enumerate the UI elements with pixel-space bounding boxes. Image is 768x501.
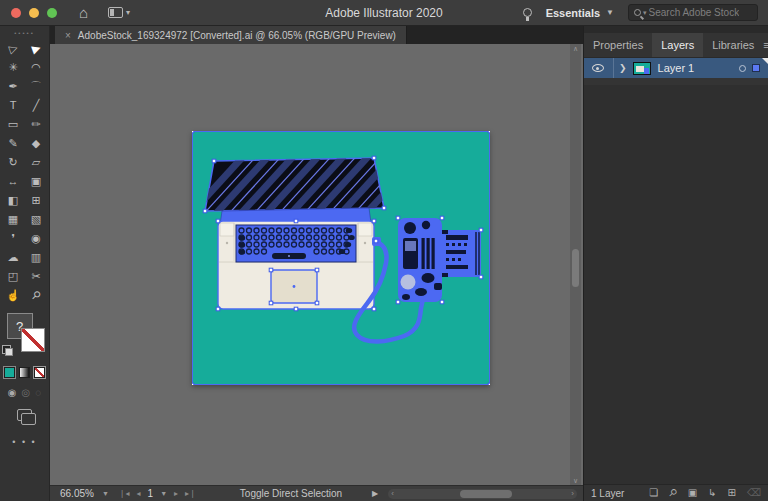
layer-target-icon[interactable] — [739, 65, 746, 72]
width-tool[interactable]: ↔ — [2, 172, 25, 191]
perspective-grid-tool[interactable]: ⊞ — [25, 191, 48, 210]
vertical-scrollbar[interactable]: ∧ ∨ — [570, 44, 581, 485]
document-tab[interactable]: × AdobeStock_169324972 [Converted].ai @ … — [55, 26, 407, 44]
magic-wand-tool[interactable]: ✳ — [2, 58, 25, 77]
lasso-tool[interactable]: ◠ — [25, 58, 48, 77]
stroke-swatch-none[interactable] — [21, 328, 45, 352]
horizontal-scrollbar[interactable]: ‹ › — [388, 489, 577, 499]
paint-buttons — [4, 367, 45, 378]
titlebar-right: Essentials ▼ ▾ Search Adobe Stock — [523, 4, 758, 21]
vertical-scroll-thumb[interactable] — [572, 249, 579, 287]
chevron-down-icon[interactable]: ▼ — [160, 490, 167, 497]
scroll-left-icon[interactable]: ‹ — [391, 490, 394, 498]
artboard[interactable] — [192, 131, 490, 385]
document-area: × AdobeStock_169324972 [Converted].ai @ … — [50, 26, 583, 501]
visibility-eye-icon[interactable] — [592, 64, 604, 72]
chevron-down-icon: ▾ — [126, 8, 130, 17]
canvas[interactable]: ∧ ∨ — [50, 44, 583, 485]
hand-tool[interactable]: ☝ — [2, 286, 25, 305]
scale-tool[interactable]: ▱ — [25, 153, 48, 172]
previous-artboard-icon[interactable]: ◂ — [137, 489, 141, 498]
first-artboard-icon[interactable]: ❘◂ — [119, 489, 130, 498]
change-screen-mode-icon[interactable] — [17, 409, 32, 421]
panel-menu-icon[interactable]: ≡ — [763, 33, 768, 57]
type-tool[interactable]: T — [2, 96, 25, 115]
search-input[interactable]: ▾ Search Adobe Stock — [628, 4, 758, 21]
minimize-window-button[interactable] — [29, 8, 39, 18]
rotate-tool[interactable]: ↻ — [2, 153, 25, 172]
paintbrush-tool[interactable]: ✏ — [25, 115, 48, 134]
expand-layer-chevron-icon[interactable]: ❯ — [619, 63, 627, 73]
toolbar-grip[interactable]: ••••• — [14, 30, 35, 36]
layers-panel-footer: 1 Layer ❏ ⚲ ▣ ↳ ⊞ ⌫ — [584, 484, 768, 501]
tab-libraries[interactable]: Libraries — [703, 33, 763, 57]
shape-builder-tool[interactable]: ◧ — [2, 191, 25, 210]
scroll-right-icon[interactable]: › — [571, 490, 574, 498]
status-menu-arrow-icon[interactable]: ▶ — [372, 489, 378, 498]
column-graph-tool[interactable]: ▥ — [25, 248, 48, 267]
workspace-switcher[interactable]: Essentials ▼ — [546, 7, 614, 19]
scroll-up-icon[interactable]: ∧ — [573, 45, 578, 52]
scroll-down-icon[interactable]: ∨ — [573, 477, 578, 484]
clipping-mask-icon[interactable]: ▣ — [688, 488, 697, 498]
gradient-tool[interactable]: ▧ — [25, 210, 48, 229]
free-transform-tool[interactable]: ▣ — [25, 172, 48, 191]
tab-layers[interactable]: Layers — [652, 33, 703, 57]
status-bar: 66.05% ▼ ❘◂ ◂ 1 ▼ ▸ ▸❘ Toggle Direct Sel… — [50, 485, 583, 501]
divider — [613, 58, 614, 78]
home-icon[interactable]: ⌂ — [79, 5, 88, 20]
direct-selection-tool[interactable]: ▷ — [2, 39, 25, 58]
horizontal-scroll-thumb[interactable] — [460, 490, 512, 498]
collect-for-export-icon[interactable]: ❏ — [649, 488, 658, 498]
line-segment-tool[interactable]: ╱ — [25, 96, 48, 115]
artboard-tool[interactable]: ◰ — [2, 267, 25, 286]
chevron-down-icon: ▼ — [606, 8, 614, 17]
delete-layer-icon[interactable]: ⌫ — [747, 488, 761, 498]
slice-tool[interactable]: ✂ — [25, 267, 48, 286]
right-panel: PropertiesLayersLibraries≡ ❯ Layer 1 1 L… — [583, 26, 768, 501]
symbol-sprayer-tool[interactable]: ☁ — [2, 248, 25, 267]
artwork-laptop-and-camera[interactable] — [192, 131, 490, 385]
eraser-tool[interactable]: ◆ — [25, 134, 48, 153]
fill-stroke-indicator[interactable]: ? — [2, 313, 48, 359]
new-layer-icon[interactable]: ⊞ — [727, 488, 735, 498]
zoom-value: 66.05% — [60, 488, 94, 499]
gradient-button[interactable] — [19, 367, 30, 378]
blend-tool[interactable]: ◉ — [25, 229, 48, 248]
zoom-window-button[interactable] — [47, 8, 57, 18]
close-window-button[interactable] — [11, 8, 21, 18]
draw-normal-icon[interactable]: ◉ — [8, 387, 17, 398]
eyedropper-tool[interactable]: ❜ — [2, 229, 25, 248]
edit-toolbar-button[interactable]: • • • — [12, 437, 36, 447]
draw-behind-icon[interactable]: ◎ — [22, 387, 31, 398]
last-artboard-icon[interactable]: ▸❘ — [185, 489, 196, 498]
selection-tool[interactable]: ▶ — [25, 39, 48, 58]
layer-row-corner-marker — [762, 58, 768, 64]
default-fill-stroke-icon[interactable] — [2, 345, 11, 354]
discover-lightbulb-icon[interactable] — [523, 8, 532, 17]
locate-object-icon[interactable]: ⚲ — [669, 488, 676, 498]
shaper-tool[interactable]: ✎ — [2, 134, 25, 153]
next-artboard-icon[interactable]: ▸ — [174, 489, 178, 498]
layer-row[interactable]: ❯ Layer 1 — [584, 58, 768, 78]
zoom-level-dropdown[interactable]: 66.05% ▼ — [56, 487, 113, 501]
rectangle-tool[interactable]: ▭ — [2, 115, 25, 134]
zoom-tool[interactable]: ⚲ — [25, 286, 48, 305]
new-sublayer-icon[interactable]: ↳ — [708, 488, 716, 498]
layers-panel-body[interactable] — [584, 85, 768, 484]
color-button[interactable] — [4, 367, 15, 378]
layer-thumbnail[interactable] — [633, 62, 651, 75]
artboard-number[interactable]: 1 — [148, 488, 154, 499]
close-tab-icon[interactable]: × — [65, 30, 71, 41]
pen-tool[interactable]: ✒ — [2, 77, 25, 96]
arrange-documents-icon[interactable]: ▾ — [108, 7, 130, 18]
draw-inside-icon[interactable]: ◌ — [35, 387, 41, 398]
status-text: Toggle Direct Selection — [240, 488, 342, 499]
none-button[interactable] — [34, 367, 45, 378]
mesh-tool[interactable]: ▦ — [2, 210, 25, 229]
curvature-tool[interactable]: ⌒ — [25, 77, 48, 96]
layer-selection-indicator[interactable] — [752, 64, 760, 72]
layer-name[interactable]: Layer 1 — [658, 62, 695, 74]
tab-properties[interactable]: Properties — [584, 33, 652, 57]
layer-count: 1 Layer — [591, 488, 624, 499]
